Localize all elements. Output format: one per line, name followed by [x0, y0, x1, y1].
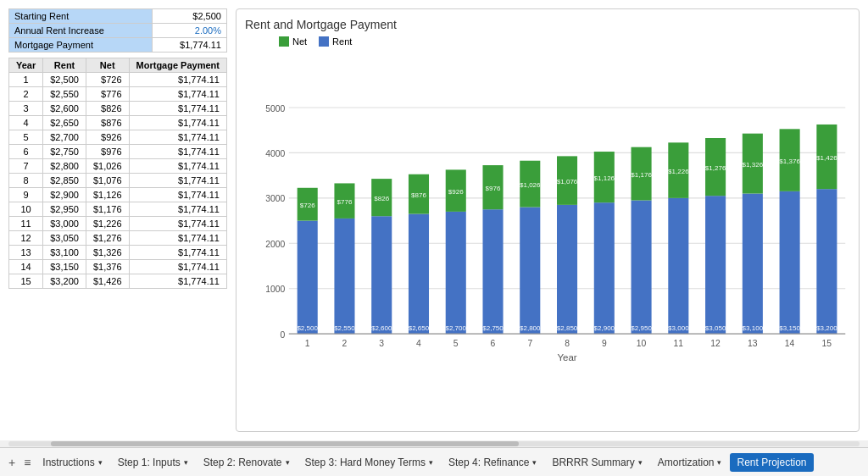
- tab-rent-projection[interactable]: Rent Projection: [730, 453, 813, 472]
- table-row: 10$2,950$1,176$1,774.11: [9, 202, 227, 217]
- tab-step-1--inputs[interactable]: Step 1: Inputs▾: [111, 453, 195, 472]
- svg-rect-47: [557, 205, 577, 334]
- svg-text:$1,376: $1,376: [779, 158, 800, 165]
- svg-text:$2,700: $2,700: [445, 324, 466, 332]
- svg-rect-22: [371, 216, 392, 334]
- scrollbar-thumb[interactable]: [51, 441, 519, 446]
- svg-rect-27: [409, 214, 429, 335]
- svg-text:$776: $776: [337, 198, 352, 206]
- svg-text:5000: 5000: [265, 104, 285, 113]
- svg-text:$1,326: $1,326: [743, 161, 764, 169]
- tab-chevron-icon: ▾: [286, 458, 290, 467]
- svg-text:$726: $726: [300, 202, 315, 209]
- svg-text:4: 4: [416, 339, 421, 348]
- tab-step-3--hard-money-terms[interactable]: Step 3: Hard Money Terms▾: [298, 453, 441, 472]
- svg-text:3000: 3000: [265, 194, 285, 203]
- svg-rect-42: [520, 208, 540, 335]
- svg-rect-72: [743, 194, 763, 335]
- svg-text:$2,950: $2,950: [631, 324, 652, 332]
- table-row: 6$2,750$976$1,774.11: [9, 145, 227, 159]
- tab-brrrr-summary[interactable]: BRRRR Summary▾: [545, 453, 648, 472]
- table-row: 4$2,650$876$1,774.11: [9, 116, 227, 130]
- svg-text:15: 15: [822, 339, 832, 348]
- starting-rent-label: Starting Rent: [9, 9, 153, 24]
- svg-text:2000: 2000: [265, 240, 285, 249]
- data-table: Year Rent Net Mortgage Payment 1$2,500$7…: [8, 58, 227, 289]
- svg-rect-57: [632, 201, 652, 335]
- svg-rect-62: [668, 198, 688, 334]
- tab-amortization[interactable]: Amortization▾: [651, 453, 729, 472]
- mortgage-payment-label: Mortgage Payment: [9, 38, 153, 53]
- svg-text:$1,176: $1,176: [631, 171, 652, 179]
- chart-legend: Net Rent: [279, 36, 850, 47]
- svg-text:$1,276: $1,276: [705, 164, 726, 172]
- mortgage-payment-value: $1,774.11: [152, 38, 226, 53]
- table-row: 11$3,000$1,226$1,774.11: [9, 217, 227, 231]
- svg-text:$2,800: $2,800: [520, 324, 541, 332]
- svg-text:$1,426: $1,426: [816, 154, 837, 162]
- svg-text:8: 8: [565, 339, 570, 348]
- inputs-table: Starting Rent $2,500 Annual Rent Increas…: [8, 8, 227, 53]
- chart-svg: 010002000300040005000$2,500$7261$2,550$7…: [245, 50, 850, 423]
- svg-text:$976: $976: [486, 185, 501, 192]
- svg-text:14: 14: [785, 339, 795, 348]
- legend-net-color: [279, 36, 289, 47]
- table-row: 12$3,050$1,276$1,774.11: [9, 231, 227, 246]
- col-mortgage: Mortgage Payment: [129, 58, 226, 73]
- svg-text:$1,026: $1,026: [520, 181, 541, 189]
- svg-text:11: 11: [674, 339, 684, 348]
- chart-title: Rent and Mortgage Payment: [245, 18, 850, 31]
- svg-rect-52: [594, 202, 615, 334]
- col-net: Net: [86, 58, 129, 73]
- tab-chevron-icon: ▾: [532, 458, 537, 467]
- tab-step-2--renovate[interactable]: Step 2: Renovate▾: [197, 453, 297, 472]
- svg-text:$1,126: $1,126: [593, 174, 615, 182]
- svg-text:Year: Year: [557, 352, 576, 363]
- svg-rect-37: [482, 209, 503, 334]
- svg-text:$876: $876: [411, 191, 426, 199]
- legend-rent-label: Rent: [332, 36, 352, 47]
- svg-text:$3,150: $3,150: [779, 324, 800, 332]
- svg-text:5: 5: [453, 339, 459, 348]
- tab-chevron-icon: ▾: [184, 458, 188, 467]
- legend-rent: Rent: [319, 36, 352, 47]
- svg-text:$2,500: $2,500: [297, 324, 318, 332]
- svg-text:6: 6: [491, 339, 496, 348]
- tab-chevron-icon: ▾: [429, 458, 433, 467]
- table-row: 9$2,900$1,126$1,774.11: [9, 188, 227, 202]
- svg-rect-67: [705, 196, 726, 334]
- tab-step-4--refinance[interactable]: Step 4: Refinance▾: [442, 453, 543, 472]
- table-row: 1$2,500$726$1,774.11: [9, 73, 227, 87]
- svg-text:$3,200: $3,200: [816, 324, 837, 332]
- svg-text:$826: $826: [374, 195, 389, 202]
- scrollbar-container: [0, 440, 868, 447]
- svg-rect-82: [816, 189, 837, 334]
- tab-chevron-icon: ▾: [638, 458, 643, 467]
- add-sheet-icon[interactable]: +: [5, 454, 19, 471]
- svg-text:$926: $926: [448, 188, 464, 196]
- svg-text:0: 0: [280, 330, 285, 340]
- menu-icon[interactable]: ≡: [20, 454, 34, 471]
- svg-text:$2,750: $2,750: [482, 324, 504, 332]
- legend-rent-color: [319, 36, 329, 47]
- svg-text:2: 2: [342, 339, 348, 348]
- svg-text:$1,076: $1,076: [557, 178, 578, 185]
- svg-text:1000: 1000: [265, 285, 285, 294]
- annual-rent-increase-label: Annual Rent Increase: [9, 24, 153, 38]
- table-row: 13$3,100$1,326$1,774.11: [9, 246, 227, 260]
- svg-text:10: 10: [637, 339, 647, 348]
- svg-text:13: 13: [748, 339, 758, 348]
- tab-instructions[interactable]: Instructions▾: [36, 453, 108, 472]
- svg-rect-77: [780, 191, 800, 334]
- table-row: 15$3,200$1,426$1,774.11: [9, 274, 227, 289]
- svg-text:$3,100: $3,100: [743, 324, 764, 332]
- table-row: 7$2,800$1,026$1,774.11: [9, 159, 227, 174]
- svg-text:1: 1: [305, 339, 310, 348]
- svg-text:4000: 4000: [265, 149, 285, 158]
- table-row: 2$2,550$776$1,774.11: [9, 87, 227, 102]
- table-row: 3$2,600$826$1,774.11: [9, 102, 227, 116]
- annual-rent-increase-value: 2.00%: [152, 24, 226, 38]
- svg-text:9: 9: [602, 339, 607, 348]
- svg-text:$2,650: $2,650: [409, 324, 430, 332]
- col-rent: Rent: [43, 58, 86, 73]
